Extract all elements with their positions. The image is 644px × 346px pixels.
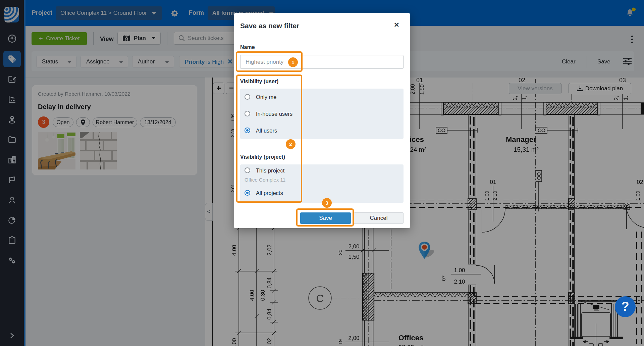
svg-text:07: 07: [441, 276, 446, 281]
svg-text:Offices: Offices: [398, 334, 424, 342]
svg-text:15,31 m²: 15,31 m²: [514, 146, 539, 153]
svg-text:19: 19: [337, 339, 343, 345]
svg-text:2,02: 2,02: [266, 244, 273, 255]
svg-text:20: 20: [337, 250, 343, 255]
svg-text:4,00: 4,00: [231, 245, 237, 256]
svg-text:01: 01: [490, 179, 496, 185]
svg-text:C: C: [316, 292, 324, 304]
svg-text:01: 01: [416, 78, 423, 84]
svg-text:2,: 2,: [613, 96, 619, 100]
svg-text:2,00: 2,00: [348, 335, 359, 341]
svg-text:1,: 1,: [522, 96, 527, 100]
svg-text:,02: ,02: [266, 338, 273, 346]
svg-text:2,: 2,: [512, 96, 518, 100]
svg-text:0,84: 0,84: [266, 277, 273, 288]
svg-text:23,35 m²: 23,35 m²: [398, 344, 424, 346]
svg-text:1,: 1,: [623, 96, 629, 100]
svg-text:0,84: 0,84: [266, 308, 273, 319]
svg-text:0,30: 0,30: [260, 290, 266, 301]
svg-text:2,10: 2,10: [454, 279, 465, 285]
svg-text:Manager: Manager: [506, 135, 536, 144]
svg-text:1,50: 1,50: [419, 84, 425, 95]
svg-text:4,00: 4,00: [249, 290, 255, 301]
svg-text:1,00: 1,00: [484, 191, 490, 200]
svg-text:2,00: 2,00: [410, 84, 416, 94]
svg-text:2,00: 2,00: [348, 243, 359, 250]
svg-text:1,50: 1,50: [348, 254, 359, 260]
svg-text:1,00: 1,00: [454, 267, 465, 274]
svg-text:,00: ,00: [231, 338, 237, 346]
svg-text:02: 02: [637, 179, 643, 185]
svg-text:1,00: 1,00: [635, 191, 641, 200]
